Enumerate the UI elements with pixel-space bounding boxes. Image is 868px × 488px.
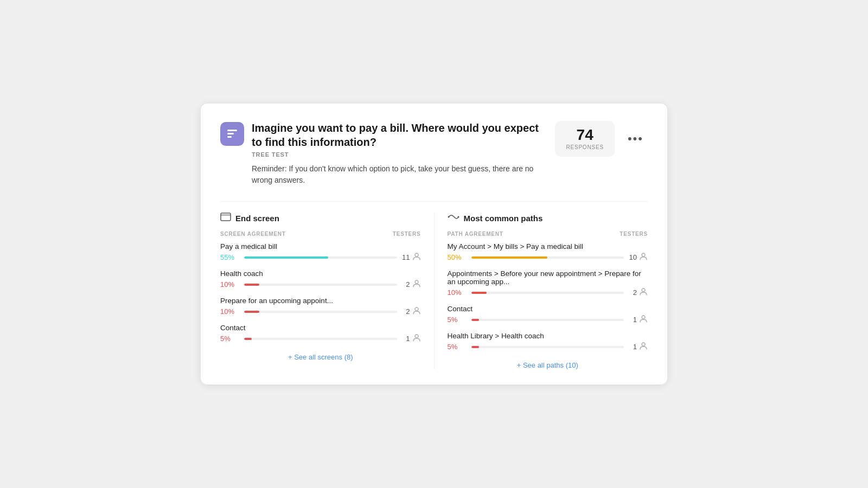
paths-title: Most common paths: [464, 214, 543, 223]
end-screen-bar-fill-1: [244, 284, 259, 286]
end-screen-row-pct-0: 55%: [220, 253, 240, 261]
paths-bar-track-2: [471, 319, 624, 321]
card-header: Imagine you want to pay a bill. Where wo…: [220, 121, 648, 186]
svg-rect-2: [227, 136, 232, 138]
end-screen-testers-col: TESTERS: [393, 231, 421, 237]
paths-tester-icon-2: [639, 315, 648, 324]
header-title-block: Imagine you want to pay a bill. Where wo…: [252, 121, 544, 186]
paths-rows: My Account > My bills > Pay a medical bi…: [448, 242, 648, 351]
paths-bar-track-1: [471, 292, 624, 294]
paths-col-headers: PATH AGREEMENT TESTERS: [448, 231, 648, 237]
paths-row-1: Appointments > Before your new appointme…: [448, 269, 648, 297]
paths-tester-icon-1: [639, 288, 648, 297]
svg-point-8: [415, 335, 418, 338]
end-screen-row-label-3: Contact: [220, 324, 421, 332]
svg-point-13: [642, 316, 645, 319]
paths-bar-track-0: [471, 256, 624, 259]
paths-row-pct-3: 5%: [448, 343, 467, 351]
end-screen-row-pct-3: 5%: [220, 335, 240, 343]
end-screen-bar-track-2: [244, 311, 397, 313]
end-screen-bar-fill-0: [244, 256, 328, 259]
paths-row-testers-1: 2: [628, 288, 648, 297]
paths-testers-col: TESTERS: [620, 231, 648, 237]
paths-row-pct-0: 50%: [448, 253, 467, 261]
paths-header: Most common paths: [448, 213, 648, 223]
end-screen-row-label-2: Prepare for an upcoming appoint...: [220, 297, 421, 305]
svg-point-6: [415, 280, 418, 284]
see-all-screens-link[interactable]: + See all screens (8): [220, 353, 421, 361]
end-screen-bar-fill-2: [244, 311, 259, 313]
svg-point-5: [415, 253, 418, 256]
paths-row-testers-3: 1: [628, 342, 648, 351]
paths-row-3: Health Library > Health coach 5% 1: [448, 332, 648, 351]
responses-box: 74 RESPONSES: [555, 121, 614, 157]
end-screen-bar-track-1: [244, 284, 397, 286]
end-screen-row-0: Pay a medical bill 55% 11: [220, 242, 421, 262]
responses-count: 74: [566, 127, 603, 143]
end-screen-row-pct-2: 10%: [220, 307, 240, 316]
end-screen-section: End screen SCREEN AGREEMENT TESTERS Pay …: [220, 213, 434, 369]
paths-row-label-3: Health Library > Health coach: [448, 332, 648, 340]
end-screen-row-testers-3: 1: [401, 334, 421, 343]
tree-test-badge: TREE TEST: [252, 151, 544, 158]
tester-icon-1: [412, 280, 421, 289]
paths-bar-track-3: [471, 346, 624, 348]
reminder-text: Reminder: If you don't know which option…: [252, 163, 544, 186]
end-screen-rows: Pay a medical bill 55% 11 Health coach 1…: [220, 242, 421, 343]
tester-icon-2: [412, 307, 421, 316]
paths-row-testers-2: 1: [628, 315, 648, 324]
paths-row-2: Contact 5% 1: [448, 305, 648, 324]
tester-icon-0: [412, 253, 421, 262]
svg-point-12: [642, 288, 645, 292]
end-screen-row-pct-1: 10%: [220, 280, 240, 288]
end-screen-agreement-col: SCREEN AGREEMENT: [220, 231, 286, 237]
paths-row-label-1: Appointments > Before your new appointme…: [448, 269, 648, 286]
end-screen-icon: [220, 213, 231, 223]
end-screen-row-3: Contact 5% 1: [220, 324, 421, 343]
paths-bar-fill-1: [471, 292, 487, 294]
paths-row-label-0: My Account > My bills > Pay a medical bi…: [448, 242, 648, 251]
svg-point-9: [448, 216, 449, 218]
paths-bar-fill-2: [471, 319, 479, 321]
svg-point-7: [415, 307, 418, 311]
svg-rect-1: [227, 133, 234, 134]
header-right: 74 RESPONSES •••: [555, 121, 648, 157]
end-screen-row-1: Health coach 10% 2: [220, 269, 421, 289]
end-screen-row-testers-0: 11: [401, 253, 421, 262]
end-screen-title: End screen: [235, 214, 279, 223]
paths-row-label-2: Contact: [448, 305, 648, 313]
svg-point-14: [642, 343, 645, 346]
main-card: Imagine you want to pay a bill. Where wo…: [201, 104, 667, 384]
paths-icon: [448, 213, 459, 223]
paths-tester-icon-0: [639, 253, 648, 262]
paths-row-pct-2: 5%: [448, 316, 467, 324]
most-common-paths-section: Most common paths PATH AGREEMENT TESTERS…: [434, 213, 648, 369]
svg-rect-0: [227, 130, 237, 131]
svg-point-10: [457, 216, 459, 218]
svg-rect-3: [221, 213, 231, 221]
header-left: Imagine you want to pay a bill. Where wo…: [220, 121, 544, 186]
paths-bar-fill-3: [471, 346, 479, 348]
paths-row-0: My Account > My bills > Pay a medical bi…: [448, 242, 648, 262]
svg-point-11: [642, 253, 645, 256]
tree-test-icon: [220, 122, 244, 146]
end-screen-header: End screen: [220, 213, 421, 223]
end-screen-bar-fill-3: [244, 338, 252, 340]
paths-agreement-col: PATH AGREEMENT: [448, 231, 503, 237]
more-menu-button[interactable]: •••: [623, 130, 648, 148]
see-all-paths-link[interactable]: + See all paths (10): [448, 361, 648, 369]
paths-row-testers-0: 10: [628, 253, 648, 262]
end-screen-row-testers-2: 2: [401, 307, 421, 316]
question-title: Imagine you want to pay a bill. Where wo…: [252, 121, 544, 149]
paths-tester-icon-3: [639, 342, 648, 351]
end-screen-row-testers-1: 2: [401, 280, 421, 289]
section-divider: [220, 201, 648, 202]
end-screen-row-label-0: Pay a medical bill: [220, 242, 421, 251]
paths-bar-fill-0: [471, 256, 548, 259]
tester-icon-3: [412, 334, 421, 343]
end-screen-row-2: Prepare for an upcoming appoint... 10% 2: [220, 297, 421, 316]
end-screen-col-headers: SCREEN AGREEMENT TESTERS: [220, 231, 421, 237]
end-screen-bar-track-3: [244, 338, 397, 340]
sections-container: End screen SCREEN AGREEMENT TESTERS Pay …: [220, 213, 648, 369]
end-screen-bar-track-0: [244, 256, 397, 259]
